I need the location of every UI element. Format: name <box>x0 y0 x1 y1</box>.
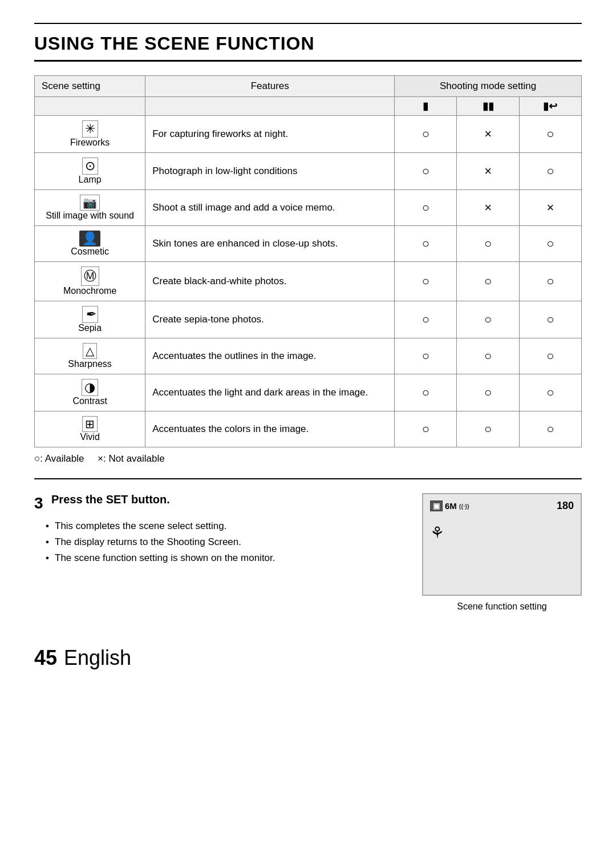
preview-content: ⚘ <box>430 519 574 587</box>
step-bullet: The display returns to the Shooting Scre… <box>46 536 399 548</box>
mode2-cell: × <box>457 190 519 226</box>
scene-table: Scene setting Features Shooting mode set… <box>34 75 582 447</box>
step-bullet: The scene function setting is shown on t… <box>46 552 399 564</box>
mode2-cell: ○ <box>457 338 519 374</box>
feature-cell: Accentuates the colors in the image. <box>145 411 395 447</box>
scene-name: Lamp <box>42 175 138 185</box>
scene-name: Monochrome <box>42 286 138 296</box>
scene-name: Still image with sound <box>42 211 138 221</box>
preview-resolution: 6M <box>445 501 457 511</box>
scene-name: Contrast <box>42 396 138 406</box>
mode3-cell: ○ <box>519 374 581 411</box>
mode1-cell: ○ <box>395 226 457 262</box>
feature-cell: Shoot a still image and add a voice memo… <box>145 190 395 226</box>
feature-cell: Skin tones are enhanced in close-up shot… <box>145 226 395 262</box>
mode3-cell: ○ <box>519 262 581 301</box>
table-row: ⊞VividAccentuates the colors in the imag… <box>35 411 582 447</box>
top-rule <box>34 23 582 24</box>
mode2-cell: ○ <box>457 411 519 447</box>
scene-name: Fireworks <box>42 138 138 148</box>
scene-cell: ✳Fireworks <box>35 116 145 153</box>
scene-cell: ◑Contrast <box>35 374 145 411</box>
feature-cell: For capturing fireworks at night. <box>145 116 395 153</box>
col-header-features: Features <box>145 76 395 97</box>
feature-cell: Create sepia-tone photos. <box>145 301 395 338</box>
step-bullet: This completes the scene select setting. <box>46 520 399 532</box>
scene-cell: 👤Cosmetic <box>35 226 145 262</box>
mode3-cell: ○ <box>519 338 581 374</box>
col-header-shooting-mode: Shooting mode setting <box>395 76 582 97</box>
preview-caption: Scene function setting <box>422 601 582 612</box>
table-row: ✳FireworksFor capturing fireworks at nig… <box>35 116 582 153</box>
step-section: 3 Press the SET button. This completes t… <box>34 493 582 612</box>
mode2-cell: × <box>457 153 519 190</box>
page-title: USING THE SCENE FUNCTION <box>34 33 582 62</box>
page-number: 45 <box>34 646 57 670</box>
legend-available: ○: Available <box>34 453 84 464</box>
mode3-cell: × <box>519 190 581 226</box>
table-row: ⓂMonochromeCreate black-and-white photos… <box>35 262 582 301</box>
mode-icon-2: ▮▮ <box>457 97 519 116</box>
scene-name: Vivid <box>42 432 138 442</box>
header-empty-scene <box>35 97 145 116</box>
mode2-cell: ○ <box>457 226 519 262</box>
scene-name: Sepia <box>42 323 138 333</box>
step-header: 3 Press the SET button. <box>34 493 399 512</box>
mode1-cell: ○ <box>395 190 457 226</box>
mode1-cell: ○ <box>395 338 457 374</box>
preview-top-bar: ▣ 6M ((·)) 180 <box>430 500 574 512</box>
table-row: ✒SepiaCreate sepia-tone photos.○○○ <box>35 301 582 338</box>
scene-name: Cosmetic <box>42 247 138 257</box>
mode1-cell: ○ <box>395 301 457 338</box>
mode1-cell: ○ <box>395 411 457 447</box>
scene-cell: ✒Sepia <box>35 301 145 338</box>
mode1-cell: ○ <box>395 374 457 411</box>
step-bullets-list: This completes the scene select setting.… <box>34 520 399 564</box>
preview-box: ▣ 6M ((·)) 180 ⚘ <box>422 493 582 596</box>
preview-left-icons: ▣ 6M ((·)) <box>430 500 469 511</box>
mode-icon-3: ▮↩ <box>519 97 581 116</box>
col-header-scene: Scene setting <box>35 76 145 97</box>
table-row: 👤CosmeticSkin tones are enhanced in clos… <box>35 226 582 262</box>
mode3-cell: ○ <box>519 116 581 153</box>
header-empty-features <box>145 97 395 116</box>
step-rule <box>34 478 582 479</box>
mode2-cell: ○ <box>457 301 519 338</box>
table-row: △SharpnessAccentuates the outlines in th… <box>35 338 582 374</box>
preview-sound-icon: ((·)) <box>459 503 469 510</box>
mode1-cell: ○ <box>395 116 457 153</box>
mode3-cell: ○ <box>519 153 581 190</box>
preview-mode-icon: ▣ <box>430 500 443 511</box>
mode-icon-1: ▮ <box>395 97 457 116</box>
scene-cell: ⊞Vivid <box>35 411 145 447</box>
scene-name: Sharpness <box>42 359 138 369</box>
scene-cell: 📷Still image with sound <box>35 190 145 226</box>
feature-cell: Accentuates the outlines in the image. <box>145 338 395 374</box>
mode3-cell: ○ <box>519 411 581 447</box>
preview-count: 180 <box>557 500 574 512</box>
table-row: ◑ContrastAccentuates the light and dark … <box>35 374 582 411</box>
scene-cell: △Sharpness <box>35 338 145 374</box>
mode3-cell: ○ <box>519 226 581 262</box>
table-row: ⊙LampPhotograph in low-light conditions○… <box>35 153 582 190</box>
mode1-cell: ○ <box>395 262 457 301</box>
legend: ○: Available ×: Not available <box>34 453 582 465</box>
page-footer: 45 English <box>34 646 582 670</box>
scene-cell: ⊙Lamp <box>35 153 145 190</box>
step-heading: Press the SET button. <box>51 493 170 506</box>
mode2-cell: ○ <box>457 262 519 301</box>
feature-cell: Accentuates the light and dark areas in … <box>145 374 395 411</box>
mode3-cell: ○ <box>519 301 581 338</box>
screen-preview: ▣ 6M ((·)) 180 ⚘ Scene function setting <box>422 493 582 612</box>
table-row: 📷Still image with soundShoot a still ima… <box>35 190 582 226</box>
mode1-cell: ○ <box>395 153 457 190</box>
mode2-cell: × <box>457 116 519 153</box>
feature-cell: Create black-and-white photos. <box>145 262 395 301</box>
legend-not-available: ×: Not available <box>98 453 165 464</box>
step-text: 3 Press the SET button. This completes t… <box>34 493 399 568</box>
mode2-cell: ○ <box>457 374 519 411</box>
step-number: 3 <box>34 494 43 512</box>
preview-scene-icon: ⚘ <box>430 523 444 542</box>
feature-cell: Photograph in low-light conditions <box>145 153 395 190</box>
scene-cell: ⓂMonochrome <box>35 262 145 301</box>
